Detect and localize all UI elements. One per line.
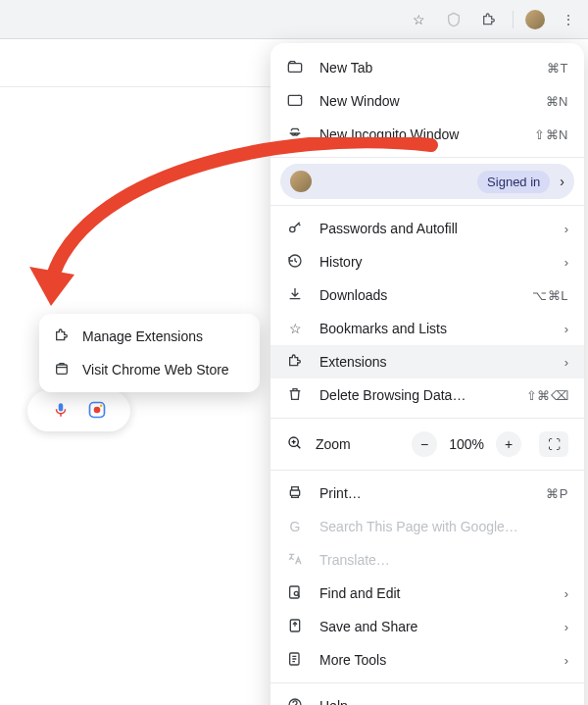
menu-label: Help — [319, 698, 549, 705]
svg-point-14 — [99, 404, 102, 407]
menu-item-help[interactable]: Help › — [270, 689, 584, 705]
menu-label: More Tools — [319, 652, 549, 668]
toolbar-divider — [513, 11, 514, 28]
zoom-row: Zoom − 100% + ⛶ — [270, 425, 584, 464]
window-icon — [286, 93, 304, 110]
chevron-right-icon: › — [564, 255, 568, 270]
lens-icon[interactable] — [87, 400, 107, 423]
menu-item-save-share[interactable]: Save and Share › — [270, 610, 584, 643]
svg-point-2 — [290, 227, 295, 231]
svg-rect-1 — [288, 95, 301, 105]
menu-shortcut: ⌥⌘L — [532, 288, 568, 303]
menu-label: Find and Edit — [319, 585, 549, 601]
zoom-icon — [286, 435, 304, 454]
chevron-right-icon: › — [564, 620, 568, 634]
menu-label: Print… — [319, 485, 530, 501]
browser-toolbar: ☆ ⋮ — [0, 0, 588, 39]
menu-shortcut: ⇧⌘N — [534, 127, 568, 142]
webstore-icon — [53, 361, 71, 379]
help-icon — [286, 697, 304, 706]
menu-shortcut: ⇧⌘⌫ — [526, 388, 569, 403]
download-icon — [286, 286, 304, 305]
menu-label: New Tab — [319, 60, 531, 76]
signed-in-badge: Signed in — [477, 171, 550, 193]
menu-label: New Incognito Window — [319, 126, 518, 142]
svg-rect-0 — [288, 63, 301, 72]
star-icon: ☆ — [286, 321, 304, 336]
extensions-submenu: Manage Extensions Visit Chrome Web Store — [39, 314, 260, 392]
menu-label: New Window — [319, 93, 530, 109]
menu-label: Delete Browsing Data… — [319, 387, 511, 403]
chevron-right-icon: › — [564, 699, 568, 706]
search-actions-pill — [27, 390, 130, 431]
menu-shortcut: ⌘P — [546, 486, 568, 501]
submenu-label: Manage Extensions — [82, 328, 246, 344]
zoom-in-button[interactable]: + — [496, 431, 521, 457]
mic-icon[interactable] — [52, 401, 70, 422]
menu-shortcut: ⌘N — [546, 94, 568, 109]
menu-item-extensions[interactable]: Extensions › — [270, 345, 584, 378]
menu-separator — [270, 418, 584, 419]
star-icon[interactable]: ☆ — [407, 8, 430, 31]
menu-item-more-tools[interactable]: More Tools › — [270, 643, 584, 677]
menu-label: Bookmarks and Lists — [319, 321, 549, 336]
share-icon — [286, 618, 304, 636]
fullscreen-button[interactable]: ⛶ — [539, 431, 568, 457]
menu-item-find-edit[interactable]: Find and Edit › — [270, 577, 584, 610]
menu-item-bookmarks[interactable]: ☆ Bookmarks and Lists › — [270, 312, 584, 345]
zoom-out-button[interactable]: − — [412, 431, 437, 457]
translate-icon — [286, 551, 304, 570]
menu-item-new-incognito[interactable]: New Incognito Window ⇧⌘N — [270, 118, 584, 151]
menu-item-print[interactable]: Print… ⌘P — [270, 477, 584, 510]
find-icon — [286, 584, 304, 603]
chevron-right-icon: › — [564, 653, 568, 668]
svg-point-9 — [289, 699, 301, 706]
menu-item-search-page: G Search This Page with Google… — [270, 510, 584, 543]
menu-separator — [270, 470, 584, 471]
menu-item-new-window[interactable]: New Window ⌘N — [270, 84, 584, 118]
key-icon — [286, 220, 304, 238]
tools-icon — [286, 651, 304, 670]
menu-label: Extensions — [319, 354, 549, 370]
chevron-right-icon: › — [564, 222, 568, 236]
chevron-right-icon: › — [564, 586, 568, 601]
submenu-item-webstore[interactable]: Visit Chrome Web Store — [39, 353, 260, 386]
menu-item-translate: Translate… — [270, 543, 584, 577]
profile-avatar-icon[interactable] — [525, 10, 545, 29]
puzzle-icon — [53, 327, 71, 346]
profile-avatar-icon — [290, 171, 312, 192]
menu-label: Translate… — [319, 552, 568, 568]
menu-label: Downloads — [319, 287, 516, 303]
menu-label: Search This Page with Google… — [319, 519, 568, 534]
svg-marker-15 — [29, 267, 74, 306]
menu-label: Save and Share — [319, 619, 549, 634]
chevron-right-icon: › — [560, 174, 564, 189]
menu-separator — [270, 205, 584, 206]
puzzle-icon — [286, 353, 304, 372]
puzzle-icon[interactable] — [477, 8, 501, 31]
submenu-item-manage-extensions[interactable]: Manage Extensions — [39, 320, 260, 353]
signed-in-row[interactable]: Signed in › — [280, 164, 574, 199]
zoom-value: 100% — [449, 436, 484, 452]
menu-item-delete-data[interactable]: Delete Browsing Data… ⇧⌘⌫ — [270, 378, 584, 412]
svg-rect-11 — [57, 365, 68, 374]
menu-shortcut: ⌘T — [547, 61, 568, 76]
tab-icon — [286, 60, 304, 76]
menu-item-downloads[interactable]: Downloads ⌥⌘L — [270, 278, 584, 312]
menu-item-passwords[interactable]: Passwords and Autofill › — [270, 212, 584, 245]
chrome-menu: New Tab ⌘T New Window ⌘N New Incognito W… — [270, 43, 584, 705]
menu-label: History — [319, 254, 549, 270]
svg-point-13 — [93, 406, 100, 413]
history-icon — [286, 253, 304, 272]
shield-icon[interactable] — [442, 8, 466, 31]
submenu-label: Visit Chrome Web Store — [82, 362, 246, 378]
print-icon — [286, 484, 304, 503]
menu-item-history[interactable]: History › — [270, 245, 584, 278]
menu-separator — [270, 157, 584, 158]
menu-item-new-tab[interactable]: New Tab ⌘T — [270, 51, 584, 84]
svg-rect-4 — [290, 490, 299, 495]
kebab-menu-icon[interactable]: ⋮ — [557, 8, 580, 31]
chevron-right-icon: › — [564, 355, 568, 370]
google-icon: G — [286, 519, 304, 534]
chevron-right-icon: › — [564, 322, 568, 336]
